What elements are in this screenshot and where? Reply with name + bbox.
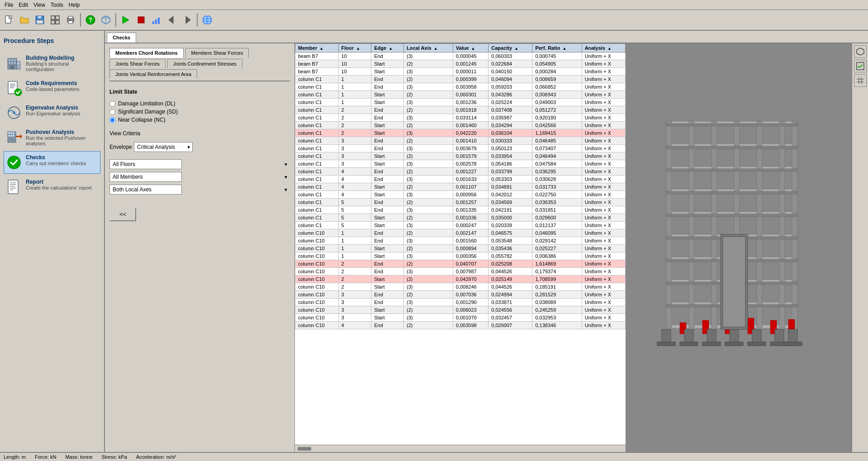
col-value[interactable]: Value ▲ [453, 44, 489, 52]
sidebar-item-report[interactable]: Report Create the calculations' report [4, 176, 100, 198]
grid-button[interactable] [48, 13, 62, 27]
table-scrollbar-h[interactable] [295, 445, 626, 452]
table-row[interactable]: column C15Start(3)0,0002470,0203390,0121… [295, 222, 626, 229]
sidebar-item-pushover-analysis[interactable]: Pushover Analysis Run the selected Pusho… [4, 126, 100, 149]
table-row[interactable]: column C102End(3)0,0079870,0445260,17937… [295, 268, 626, 276]
table-row[interactable]: column C12End(2)0,0019180,0374080,051272… [295, 106, 626, 114]
table-row[interactable]: column C101End(3)0,0015600,0535480,02914… [295, 237, 626, 245]
new-button[interactable] [2, 13, 16, 27]
table-row[interactable]: column C15End(3)0,0013350,0421910,031651… [295, 206, 626, 214]
results-button[interactable] [149, 13, 164, 27]
tab-members-shear-forces[interactable]: Members Shear Forces [185, 48, 249, 58]
col-member[interactable]: Member ▲ [295, 44, 339, 52]
table-row[interactable]: column C101End(2)0,0021470,0465750,04609… [295, 229, 626, 237]
col-edge[interactable]: Edge ▲ [371, 44, 404, 52]
status-mass: Mass: tonne [66, 454, 93, 460]
table-row[interactable]: column C14End(2)0,0012270,0337990,036295… [295, 168, 626, 176]
table-row[interactable]: column C12Start(2)0,0014600,0342940,0425… [295, 122, 626, 129]
table-row[interactable]: column C12End(3)0,0331140,0359870,920180… [295, 114, 626, 122]
tab-joints-shear-forces[interactable]: Joints Shear Forces [109, 59, 166, 68]
radio-sd-input[interactable] [109, 109, 115, 115]
table-row[interactable]: beam B710Start(3)0,0000110,0401500,00028… [295, 68, 626, 76]
col-perf-ratio[interactable]: Perf. Ratio ▲ [532, 44, 582, 52]
perf-ratio-cell: 0,036353 [532, 199, 582, 206]
stop-button[interactable] [134, 13, 148, 27]
table-row[interactable]: column C103End(2)0,0070360,0249940,28152… [295, 291, 626, 299]
open-button[interactable] [17, 13, 32, 27]
edge-cell: Start [371, 252, 404, 260]
table-row[interactable]: column C12Start(3)0,0422200,0361041,1694… [295, 129, 626, 137]
print-button[interactable] [63, 13, 78, 27]
table-row[interactable]: column C15Start(2)0,0010360,0350000,0296… [295, 214, 626, 222]
table-row[interactable]: column C13Start(2)0,0015790,0339540,0464… [295, 152, 626, 160]
table-row[interactable]: column C11End(3)0,0039580,0592030,066852… [295, 83, 626, 91]
tab-members-chord-rotations[interactable]: Members Chord Rotations [109, 48, 184, 58]
view-3d-button[interactable] [854, 45, 867, 58]
edge-cell: End [371, 322, 404, 329]
analysis-cell: Uniform + X [582, 291, 625, 299]
analysis-cell: Uniform + X [582, 214, 625, 222]
table-row[interactable]: column C13End(2)0,0014100,0303330,046485… [295, 137, 626, 145]
view-check-button[interactable] [854, 60, 867, 72]
axes-select[interactable]: Both Local Axes [109, 185, 182, 195]
save-button[interactable] [33, 13, 47, 27]
menu-view[interactable]: View [31, 1, 48, 9]
radio-sd[interactable]: Significant Damage (SD) [109, 109, 290, 115]
sidebar-item-building-modelling[interactable]: Building Modelling Building's structural… [4, 52, 100, 75]
table-row[interactable]: column C11Start(3)0,0012360,0252240,0490… [295, 99, 626, 106]
menu-edit[interactable]: Edit [16, 1, 31, 9]
sidebar-item-eigenvalue-analysis[interactable]: Eigenvalue Analysis Run Eigenvalue analy… [4, 101, 100, 124]
table-row[interactable]: column C101Start(3)0,0003560,0557820,006… [295, 252, 626, 260]
table-row[interactable]: column C13Start(3)0,0025780,0541860,0475… [295, 160, 626, 168]
edge-cell: Start [371, 60, 404, 68]
table-row[interactable]: column C101Start(2)0,0008940,0354360,025… [295, 245, 626, 252]
col-floor[interactable]: Floor ▲ [338, 44, 371, 52]
radio-dl[interactable]: Damage Limitation (DL) [109, 100, 290, 107]
table-row[interactable]: column C102Start(2)0,0429700,0251491,708… [295, 276, 626, 283]
table-row[interactable]: column C103Start(2)0,0060230,0245560,245… [295, 306, 626, 314]
table-row[interactable]: column C103End(3)0,0012900,0338710,03808… [295, 299, 626, 306]
web-button[interactable] [200, 13, 214, 27]
floor-cell: 1 [338, 83, 371, 91]
view-grid-button[interactable] [854, 74, 867, 87]
col-local-axis[interactable]: Local Axis ▲ [404, 44, 453, 52]
edge-cell: End [371, 52, 404, 60]
tab-joints-vertical-reinforcement-area[interactable]: Joints Vertical Reinforcement Area [109, 69, 197, 79]
run-button[interactable] [119, 13, 133, 27]
table-row[interactable]: column C11End(2)0,0003990,0460940,008659… [295, 76, 626, 83]
sidebar-item-code-requirements[interactable]: Code Requirements Code-based parameters [4, 77, 100, 100]
col-capacity[interactable]: Capacity ▲ [489, 44, 532, 52]
table-row[interactable]: column C13End(3)0,0036790,0501230,073407… [295, 145, 626, 152]
floors-select[interactable]: All Floors [109, 159, 182, 169]
3d-view-button[interactable] [99, 13, 113, 27]
menu-help[interactable]: Help [66, 1, 83, 9]
table-row[interactable]: column C11Start(2)0,0003010,0432860,0069… [295, 91, 626, 99]
radio-nc[interactable]: Near Collapse (NC) [109, 117, 290, 123]
table-row[interactable]: column C14Start(2)0,0011070,0348910,0317… [295, 183, 626, 191]
forward-button[interactable] [180, 13, 194, 27]
critical-analysis-select[interactable]: Critical Analysis [134, 142, 193, 152]
menu-file[interactable]: File [2, 1, 16, 9]
table-row[interactable]: beam B710Start(2)0,0012450,0226840,05490… [295, 60, 626, 68]
table-row[interactable]: column C14End(3)0,0016330,0533030,030628… [295, 176, 626, 183]
table-row[interactable]: column C102Start(3)0,0082460,0445260,185… [295, 283, 626, 291]
back-button[interactable] [165, 13, 179, 27]
radio-dl-input[interactable] [109, 101, 115, 107]
table-row[interactable]: column C103Start(3)0,0010700,0324570,032… [295, 314, 626, 322]
sidebar-item-checks[interactable]: Checks Carry out members' checks [4, 151, 100, 174]
tab-checks[interactable]: Checks [107, 33, 136, 43]
members-select[interactable]: All Members [109, 172, 182, 182]
menu-tools[interactable]: Tools [48, 1, 66, 9]
radio-nc-input[interactable] [109, 117, 115, 123]
table-row[interactable]: column C15End(2)0,0012570,0345690,036353… [295, 199, 626, 206]
tab-joints-confinement-stresses[interactable]: Joints Confinement Stresses [167, 59, 242, 68]
col-analysis[interactable]: Analysis ▲ [582, 44, 625, 52]
table-row[interactable]: column C104End(2)0,0035980,0260070,13834… [295, 322, 626, 329]
help-button[interactable]: ? [83, 13, 98, 27]
table-row[interactable]: column C102End(2)0,0407070,0252081,61486… [295, 260, 626, 268]
members-arrow-icon: ▼ [284, 175, 288, 180]
nav-back-button[interactable]: << [109, 207, 136, 221]
table-row[interactable]: column C14Start(3)0,0009560,0420120,0227… [295, 191, 626, 199]
table-container[interactable]: Member ▲ Floor ▲ Edge ▲ Local Axis ▲ Val… [295, 43, 626, 445]
table-row[interactable]: beam B710End(3)0,0000450,0603030,000745U… [295, 52, 626, 60]
